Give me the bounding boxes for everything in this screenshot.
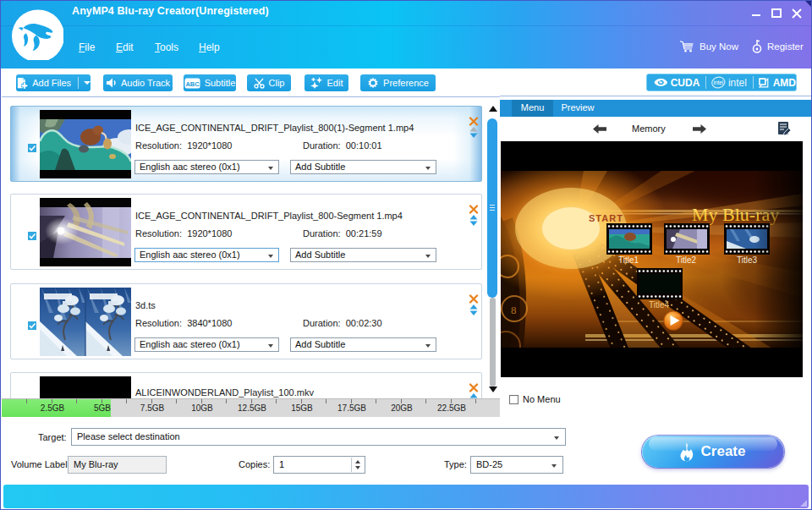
svg-text:intel: intel: [714, 80, 724, 85]
svg-text:8: 8: [511, 304, 517, 316]
svg-text:Title3: Title3: [737, 255, 758, 265]
svg-text:Title1: Title1: [618, 255, 639, 265]
svg-text:Title4: Title4: [649, 300, 670, 310]
svg-text:START: START: [589, 213, 623, 223]
svg-text:ABC: ABC: [185, 80, 200, 87]
svg-text:Title2: Title2: [676, 255, 697, 265]
